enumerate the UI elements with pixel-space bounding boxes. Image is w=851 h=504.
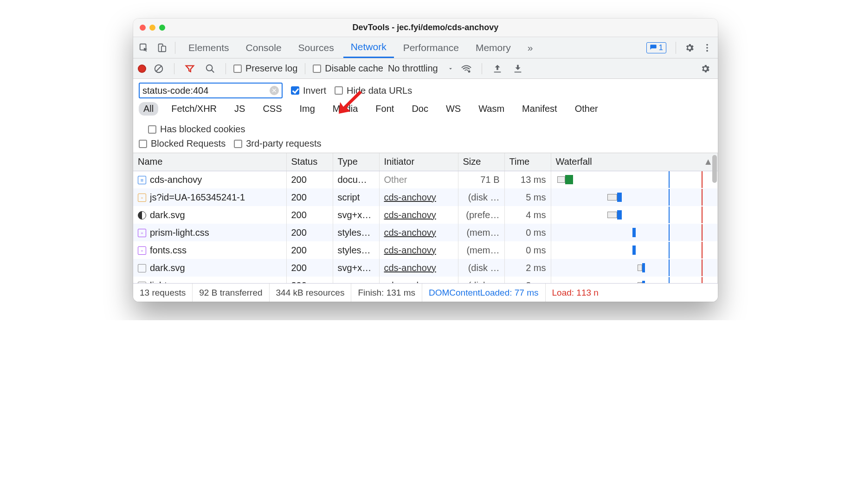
col-header-time[interactable]: Time bbox=[504, 153, 551, 171]
request-time: 13 ms bbox=[504, 171, 551, 188]
file-type-icon bbox=[138, 210, 150, 220]
type-filter-media[interactable]: Media bbox=[328, 102, 362, 116]
request-time: 4 ms bbox=[504, 206, 551, 224]
panel-tabs: ElementsConsoleSourcesNetworkPerformance… bbox=[133, 37, 718, 58]
svg-rect-12 bbox=[515, 71, 522, 72]
col-header-name[interactable]: Name bbox=[133, 153, 286, 171]
type-filter-css[interactable]: CSS bbox=[258, 102, 286, 116]
request-initiator[interactable]: cds-anchovy bbox=[379, 277, 458, 283]
type-filter-js[interactable]: JS bbox=[230, 102, 250, 116]
file-type-icon bbox=[138, 263, 150, 273]
file-type-icon: ▫ bbox=[138, 192, 150, 202]
tab-network[interactable]: Network bbox=[343, 37, 394, 58]
tab-sources[interactable]: Sources bbox=[291, 37, 342, 58]
svg-rect-2 bbox=[161, 46, 166, 52]
request-status: 200 bbox=[286, 171, 333, 188]
svg-line-7 bbox=[156, 65, 162, 71]
clear-filter-icon[interactable]: ✕ bbox=[270, 86, 279, 95]
table-row[interactable]: dark.svg200svg+x…cds-anchovy(prefe…4 ms bbox=[133, 206, 718, 224]
svg-point-4 bbox=[706, 47, 708, 49]
filter-bar: ✕ Invert Hide data URLs AllFetch/XHRJSCS… bbox=[133, 79, 718, 153]
inspect-element-icon[interactable] bbox=[136, 40, 152, 56]
preserve-log-checkbox[interactable]: Preserve log bbox=[233, 63, 297, 74]
tab-elements[interactable]: Elements bbox=[181, 37, 237, 58]
blocked-requests-checkbox[interactable]: Blocked Requests bbox=[139, 138, 226, 149]
table-row[interactable]: ≡cds-anchovy200docu…Other71 B13 ms bbox=[133, 171, 718, 188]
network-conditions-icon[interactable] bbox=[458, 61, 474, 77]
minimize-window-button[interactable] bbox=[149, 25, 155, 31]
request-name: cds-anchovy bbox=[150, 174, 202, 185]
request-time: 2 ms bbox=[504, 259, 551, 277]
filter-text-field[interactable] bbox=[142, 85, 270, 96]
download-har-icon[interactable] bbox=[510, 61, 526, 77]
request-status: 200 bbox=[286, 206, 333, 224]
third-party-checkbox[interactable]: 3rd-party requests bbox=[234, 138, 321, 149]
col-header-type[interactable]: Type bbox=[333, 153, 379, 171]
request-size: (mem… bbox=[458, 241, 504, 259]
table-header-row: Name Status Type Initiator Size Time Wat… bbox=[133, 153, 718, 171]
request-initiator[interactable]: cds-anchovy bbox=[379, 259, 458, 277]
settings-icon[interactable] bbox=[682, 40, 697, 56]
request-initiator[interactable]: cds-anchovy bbox=[379, 224, 458, 241]
tab-console[interactable]: Console bbox=[239, 37, 289, 58]
has-blocked-cookies-checkbox[interactable]: Has blocked cookies bbox=[148, 124, 245, 135]
filter-text-input[interactable]: ✕ bbox=[139, 83, 283, 98]
device-toolbar-icon[interactable] bbox=[154, 40, 169, 56]
table-row[interactable]: dark.svg200svg+x…cds-anchovy(disk …2 ms bbox=[133, 259, 718, 277]
type-filter-all[interactable]: All bbox=[139, 102, 158, 116]
request-name: light.svg bbox=[150, 280, 184, 284]
request-type: script bbox=[333, 188, 379, 206]
col-header-initiator[interactable]: Initiator bbox=[379, 153, 458, 171]
kebab-menu-icon[interactable] bbox=[699, 40, 715, 56]
type-filter-img[interactable]: Img bbox=[295, 102, 320, 116]
record-button[interactable] bbox=[138, 65, 146, 73]
hide-data-urls-checkbox[interactable]: Hide data URLs bbox=[335, 85, 412, 96]
table-row[interactable]: ▫prism-light.css200styles…cds-anchovy(me… bbox=[133, 224, 718, 241]
col-header-size[interactable]: Size bbox=[458, 153, 504, 171]
invert-checkbox[interactable]: Invert bbox=[291, 85, 326, 96]
col-header-waterfall[interactable]: Waterfall▲ bbox=[551, 153, 718, 171]
more-tabs-button[interactable]: » bbox=[520, 37, 541, 58]
type-filter-other[interactable]: Other bbox=[570, 102, 603, 116]
disable-cache-checkbox[interactable]: Disable cache bbox=[313, 63, 383, 74]
clear-icon[interactable] bbox=[151, 61, 167, 77]
upload-har-icon[interactable] bbox=[490, 61, 505, 77]
table-row[interactable]: ▫js?id=UA-165345241-1200scriptcds-anchov… bbox=[133, 188, 718, 206]
svg-line-9 bbox=[212, 70, 214, 72]
network-settings-icon[interactable] bbox=[697, 61, 713, 77]
request-type: svg+x… bbox=[333, 277, 379, 283]
scrollbar-thumb[interactable] bbox=[712, 155, 717, 183]
request-initiator[interactable]: cds-anchovy bbox=[379, 188, 458, 206]
request-status: 200 bbox=[286, 277, 333, 283]
type-filter-fetchxhr[interactable]: Fetch/XHR bbox=[167, 102, 221, 116]
close-window-button[interactable] bbox=[140, 25, 146, 31]
type-filter-doc[interactable]: Doc bbox=[407, 102, 433, 116]
request-size: (prefe… bbox=[458, 206, 504, 224]
tab-performance[interactable]: Performance bbox=[396, 37, 466, 58]
type-filter-ws[interactable]: WS bbox=[441, 102, 465, 116]
request-time: 5 ms bbox=[504, 188, 551, 206]
file-type-icon: ▫ bbox=[138, 245, 150, 255]
table-row[interactable]: ▫fonts.css200styles…cds-anchovy(mem…0 ms bbox=[133, 241, 718, 259]
status-resources: 344 kB resources bbox=[270, 284, 352, 302]
table-row[interactable]: light.svg200svg+x…cds-anchovy(disk …2 ms bbox=[133, 277, 718, 283]
type-filter-font[interactable]: Font bbox=[371, 102, 399, 116]
request-time: 0 ms bbox=[504, 224, 551, 241]
zoom-window-button[interactable] bbox=[159, 25, 165, 31]
type-filter-manifest[interactable]: Manifest bbox=[517, 102, 562, 116]
request-initiator[interactable]: cds-anchovy bbox=[379, 241, 458, 259]
svg-rect-11 bbox=[494, 71, 501, 72]
request-name: js?id=UA-165345241-1 bbox=[150, 192, 245, 202]
request-name: fonts.css bbox=[150, 245, 187, 255]
issues-badge[interactable]: 1 bbox=[646, 42, 666, 53]
request-size: (disk … bbox=[458, 259, 504, 277]
request-name: dark.svg bbox=[150, 210, 185, 220]
col-header-status[interactable]: Status bbox=[286, 153, 333, 171]
request-waterfall bbox=[551, 171, 718, 188]
tab-memory[interactable]: Memory bbox=[468, 37, 518, 58]
type-filter-wasm[interactable]: Wasm bbox=[474, 102, 509, 116]
search-icon[interactable] bbox=[202, 61, 218, 77]
filter-icon[interactable] bbox=[182, 61, 198, 77]
request-initiator[interactable]: cds-anchovy bbox=[379, 206, 458, 224]
throttling-select[interactable]: No throttling bbox=[388, 63, 454, 74]
